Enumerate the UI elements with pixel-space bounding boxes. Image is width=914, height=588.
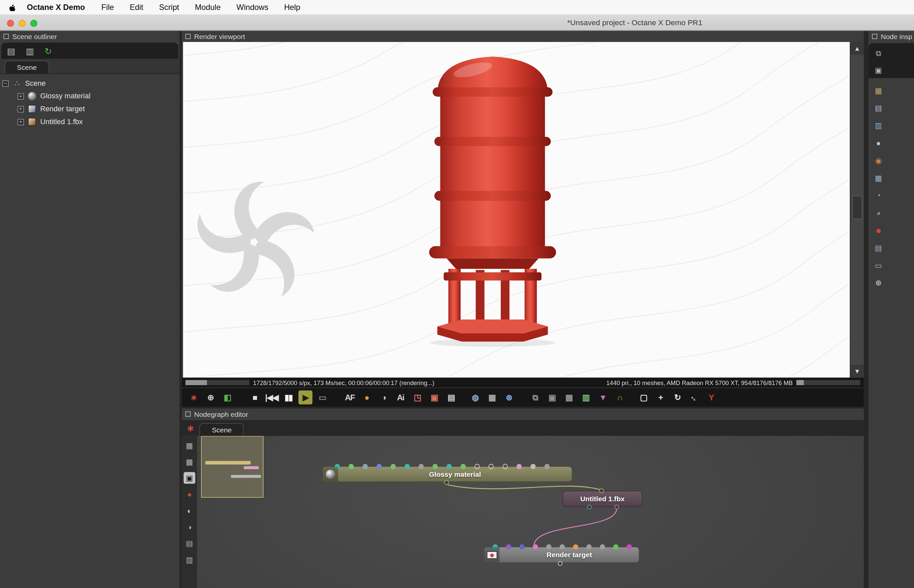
node-palette-icon[interactable]: ∗ — [186, 423, 194, 433]
pause-render-icon[interactable]: ▮▮ — [281, 390, 296, 404]
lock-resolution-icon[interactable]: ∩ — [613, 390, 627, 404]
render-region-icon[interactable]: ◳ — [410, 390, 424, 404]
save-outliner-icon[interactable]: ▤ — [7, 46, 15, 55]
sphere-icon[interactable]: ● — [873, 137, 884, 149]
viewport-scrollbar[interactable]: ▲ ▼ — [850, 42, 864, 378]
axis-gizmo-icon[interactable]: Y — [704, 390, 718, 404]
rotate-tool-icon[interactable]: ↻ — [670, 390, 684, 404]
scrollbar-thumb[interactable] — [852, 195, 862, 219]
bounding-box-icon[interactable]: ▢ — [636, 390, 651, 404]
image-icon[interactable]: ▦ — [873, 84, 884, 96]
screenshot-icon[interactable]: ▥ — [579, 390, 593, 404]
menu-file[interactable]: File — [101, 3, 114, 11]
refresh-icon[interactable]: ↻ — [44, 46, 52, 55]
fit-view-icon[interactable]: ↔ — [685, 388, 704, 407]
dock-toggle-icon[interactable] — [186, 34, 191, 39]
droplet-icon[interactable]: ◉ — [873, 154, 884, 166]
sun-icon[interactable]: ⊛ — [873, 277, 884, 288]
output-pin[interactable] — [614, 504, 619, 509]
dark-sphere-icon[interactable]: ◕ — [873, 207, 884, 218]
node-glossy-material[interactable]: Glossy material — [322, 466, 572, 482]
paste-node-icon[interactable]: ▣ — [873, 64, 884, 76]
menu-edit[interactable]: Edit — [130, 3, 144, 11]
panel-splitter[interactable] — [179, 31, 182, 588]
tab-scene[interactable]: Scene — [200, 423, 244, 436]
display-mode-icon[interactable]: ▭ — [315, 390, 329, 404]
minimize-button[interactable] — [19, 20, 26, 27]
expander-toggle[interactable]: + — [18, 106, 24, 112]
material-preview-icon[interactable]: ▼ — [596, 390, 610, 404]
save-image-icon[interactable]: ▣ — [545, 390, 559, 404]
unlink-nodes-icon[interactable]: ▩ — [184, 456, 195, 467]
node-palette-icon[interactable]: ∗ — [186, 390, 200, 404]
play-render-icon[interactable]: ▶ — [299, 390, 312, 404]
expand-tree-icon[interactable]: ▥ — [26, 46, 34, 55]
copy-image-icon[interactable]: ⧉ — [528, 390, 542, 404]
menu-script[interactable]: Script — [159, 3, 179, 11]
tree-row[interactable]: + Glossy material — [18, 90, 179, 103]
dock-toggle-icon[interactable] — [186, 412, 191, 417]
material-picker-icon[interactable]: ◑ — [376, 390, 391, 404]
dock-toggle-icon[interactable] — [872, 34, 877, 39]
environment-node-icon[interactable]: ◑ — [184, 521, 195, 533]
menu-windows[interactable]: Windows — [236, 3, 268, 11]
close-button[interactable] — [7, 20, 14, 27]
node-render-target[interactable]: Render target — [484, 547, 639, 563]
render-viewport-canvas[interactable] — [183, 42, 850, 378]
preview-cube-icon[interactable]: ◧ — [220, 390, 234, 404]
save-buffer-icon[interactable]: ▩ — [562, 390, 576, 404]
material-node-icon[interactable]: ● — [184, 488, 195, 500]
tree-row[interactable]: + Render target — [18, 103, 179, 116]
dock-toggle-icon[interactable] — [4, 34, 9, 39]
denoiser-icon[interactable]: ⊛ — [502, 390, 516, 404]
tab-scene[interactable]: Scene — [5, 61, 49, 73]
film-region-icon[interactable]: ▣ — [427, 390, 441, 404]
picture-icon[interactable]: ▭ — [873, 259, 884, 271]
texture-node-icon[interactable]: ◐ — [184, 504, 195, 516]
clay-mode-icon[interactable]: ▤ — [444, 390, 458, 404]
zoom-button[interactable] — [31, 20, 37, 27]
layers-icon[interactable]: ▤ — [873, 242, 884, 253]
scroll-down-icon[interactable]: ▼ — [850, 365, 864, 378]
geometry-icon[interactable]: ▤ — [873, 102, 884, 113]
scroll-up-icon[interactable]: ▲ — [850, 42, 864, 55]
node-untitled-fbx[interactable]: Untitled 1.fbx — [563, 491, 643, 507]
output-pin[interactable] — [444, 480, 449, 485]
stack-icon[interactable]: ▥ — [873, 120, 884, 131]
object-picker-icon[interactable]: Ai — [393, 390, 407, 404]
white-balance-picker-icon[interactable]: ● — [360, 390, 373, 404]
output-pin[interactable] — [558, 561, 563, 566]
app-menu-title[interactable]: Octane X Demo — [27, 3, 85, 11]
recenter-view-icon[interactable]: ⊕ — [203, 390, 217, 404]
expander-toggle[interactable]: − — [2, 80, 9, 86]
image-node-icon[interactable]: ▣ — [184, 472, 195, 484]
tree-item-label: Glossy material — [40, 92, 90, 100]
grid-overlay-icon[interactable]: ▦ — [485, 390, 499, 404]
camera-node-icon[interactable]: ▥ — [184, 554, 195, 565]
tree-row[interactable]: − Scene — [2, 77, 179, 90]
expander-toggle[interactable]: + — [18, 93, 24, 99]
input-pin[interactable] — [599, 488, 604, 493]
panorama-icon[interactable]: ◍ — [468, 390, 482, 404]
panel-splitter[interactable] — [864, 31, 869, 588]
window-titlebar[interactable]: *Unsaved project - Octane X Demo PR1 — [0, 15, 914, 31]
nodegraph-minimap[interactable] — [201, 436, 263, 498]
geometry-node-icon[interactable]: ▤ — [184, 537, 195, 549]
copy-node-icon[interactable]: ⧉ — [873, 47, 884, 59]
stop-render-icon[interactable]: ■ — [248, 390, 262, 404]
autofocus-icon[interactable]: AF — [343, 390, 357, 404]
tree-row[interactable]: + Untitled 1.fbx — [18, 116, 179, 128]
menu-help[interactable]: Help — [284, 3, 300, 11]
material-red-icon[interactable]: ● — [873, 225, 884, 236]
expander-toggle[interactable]: + — [18, 118, 24, 125]
clock-icon[interactable]: ◔ — [873, 189, 884, 201]
link-nodes-icon[interactable]: ▦ — [184, 439, 195, 451]
apple-menu-icon[interactable] — [8, 3, 16, 11]
move-tool-icon[interactable]: + — [653, 390, 667, 404]
outliner-toolbar: ▤▥↻ — [1, 42, 179, 58]
nodegraph-canvas[interactable]: Glossy material Untitled 1.fbx Render ta… — [197, 436, 864, 588]
menu-module[interactable]: Module — [195, 3, 221, 11]
grid-icon[interactable]: ▦ — [873, 172, 884, 183]
restart-render-icon[interactable]: |◀◀ — [265, 390, 278, 404]
output-pin[interactable] — [587, 504, 592, 509]
